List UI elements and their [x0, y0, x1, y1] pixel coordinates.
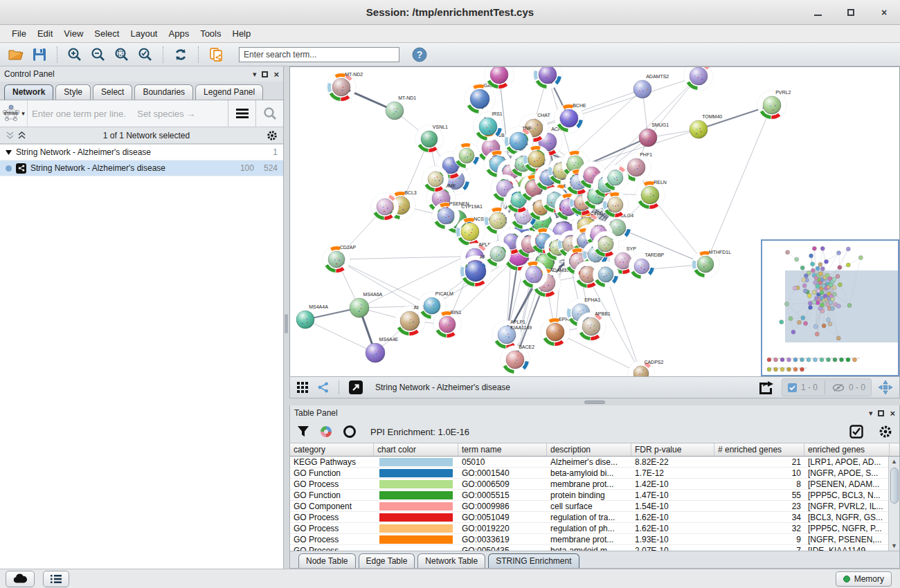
- task-history-button[interactable]: [43, 571, 69, 587]
- column-header-chart-color[interactable]: chart color: [374, 443, 458, 456]
- tab-node-table[interactable]: Node Table: [298, 553, 356, 568]
- minimize-button[interactable]: [809, 5, 827, 20]
- scroll-up-arrow[interactable]: ▲: [890, 457, 899, 466]
- grid-view-button[interactable]: [294, 378, 311, 397]
- table-row[interactable]: KEGG Pathways05010Alzheimer's dise...8.8…: [290, 457, 899, 468]
- network-node-gab2[interactable]: GAB2: [465, 83, 496, 114]
- menu-tools[interactable]: Tools: [195, 26, 226, 41]
- clone-network-button[interactable]: [206, 45, 226, 64]
- network-node-tardbp[interactable]: TARDBP: [629, 252, 665, 279]
- table-row[interactable]: GO ProcessGO:0006509membrane prot...1.42…: [290, 479, 899, 490]
- menu-view[interactable]: View: [59, 26, 88, 41]
- network-view[interactable]: MT-ND2MT-ND1VSNL1GAB2ADAMTS2PVRL2TOMM40S…: [289, 66, 900, 376]
- memory-button[interactable]: Memory: [836, 571, 892, 587]
- network-collection-row[interactable]: String Network - Alzheimer's disease 1: [0, 145, 283, 160]
- export-network-button[interactable]: [757, 378, 777, 397]
- select-columns-icon[interactable]: [849, 425, 863, 439]
- table-row[interactable]: GO ProcessGO:0050435beta-amyloid m...2.0…: [290, 545, 899, 551]
- column-header-enriched-genes[interactable]: enriched genes: [804, 443, 890, 456]
- menu-file[interactable]: File: [7, 26, 31, 41]
- table-row[interactable]: GO ProcessGO:0033619membrane prot...1.93…: [290, 534, 899, 545]
- menu-layout[interactable]: Layout: [125, 26, 162, 41]
- zoom-out-button[interactable]: [88, 45, 109, 64]
- network-node-tomm40[interactable]: TOMM40: [690, 114, 722, 138]
- open-session-button[interactable]: [6, 45, 26, 64]
- network-node-cadps2[interactable]: CADPS2: [628, 360, 664, 376]
- tab-network-table[interactable]: Network Table: [417, 553, 485, 568]
- table-row[interactable]: GO FunctionGO:0001540beta-amyloid bi...1…: [290, 468, 899, 479]
- string-database-selector[interactable]: STRING ▾: [0, 100, 28, 127]
- network-node-mt-nd2[interactable]: MT-ND2: [327, 72, 363, 102]
- scrollbar-thumb[interactable]: [890, 468, 899, 504]
- share-view-button[interactable]: [315, 378, 332, 397]
- ring-chart-icon[interactable]: [343, 425, 357, 439]
- network-node[interactable]: [684, 67, 713, 91]
- panel-close-icon[interactable]: ×: [890, 408, 895, 419]
- search-input[interactable]: [239, 47, 399, 62]
- column-header-description[interactable]: description: [547, 443, 631, 456]
- tab-style[interactable]: Style: [55, 84, 91, 100]
- set-species-hint[interactable]: Set species →: [137, 109, 195, 119]
- maximize-button[interactable]: [842, 5, 860, 20]
- zoom-fit-button[interactable]: [111, 45, 132, 64]
- menu-select[interactable]: Select: [89, 26, 124, 41]
- collapse-all-icon[interactable]: [6, 131, 15, 140]
- tree-expander-icon[interactable]: [6, 150, 12, 155]
- pan-tool-button[interactable]: [876, 378, 895, 397]
- network-node-ms4a6a[interactable]: MS4A6A: [350, 292, 383, 318]
- column-header-fdr-p-value[interactable]: FDR p-value: [631, 443, 714, 456]
- birds-eye-navigator[interactable]: [761, 239, 899, 376]
- network-node-smug1[interactable]: SMUG1: [639, 122, 669, 147]
- network-node-mt-nd1[interactable]: MT-ND1: [386, 95, 416, 120]
- zoom-selected-button[interactable]: [135, 45, 156, 64]
- splitter-handle[interactable]: [584, 401, 605, 404]
- string-search-button[interactable]: [255, 100, 283, 127]
- table-row[interactable]: GO FunctionGO:0005515protein binding1.47…: [290, 490, 899, 501]
- tab-edge-table[interactable]: Edge Table: [359, 553, 415, 568]
- string-options-button[interactable]: [228, 100, 255, 127]
- panel-close-icon[interactable]: ×: [273, 69, 279, 80]
- cloud-tasks-button[interactable]: [6, 571, 35, 587]
- tab-select[interactable]: Select: [93, 84, 132, 100]
- table-vertical-scrollbar[interactable]: ▲ ▼: [888, 457, 899, 551]
- expand-all-icon[interactable]: [17, 131, 26, 140]
- network-node[interactable]: [533, 67, 562, 89]
- save-session-button[interactable]: [29, 45, 50, 64]
- splitter-handle[interactable]: [285, 314, 288, 333]
- open-in-browser-button[interactable]: [346, 378, 366, 397]
- network-node-irs1[interactable]: IRS1: [474, 111, 503, 141]
- network-node-picalm[interactable]: PICALM: [418, 291, 453, 320]
- help-button[interactable]: ?: [409, 45, 430, 64]
- panel-menu-icon[interactable]: ▾: [253, 70, 257, 79]
- column-header-term-name[interactable]: term name: [458, 443, 547, 456]
- network-row[interactable]: String Network - Alzheimer's disease 100…: [0, 160, 283, 176]
- enrichment-chart-icon[interactable]: [319, 425, 333, 439]
- filter-icon[interactable]: [297, 425, 309, 438]
- gear-icon[interactable]: [879, 425, 892, 439]
- menu-edit[interactable]: Edit: [33, 26, 57, 41]
- scroll-down-arrow[interactable]: ▼: [890, 541, 899, 551]
- close-button[interactable]: ×: [875, 5, 893, 20]
- horizontal-splitter[interactable]: [289, 398, 900, 405]
- tab-string-enrichment[interactable]: STRING Enrichment: [488, 553, 579, 568]
- network-node-pvrl2[interactable]: PVRL2: [757, 90, 791, 120]
- network-node-mthfd1l[interactable]: MTHFD1L: [692, 250, 731, 278]
- panel-menu-icon[interactable]: ▾: [869, 409, 873, 418]
- tab-network[interactable]: Network: [4, 84, 53, 100]
- tab-boundaries[interactable]: Boundaries: [134, 84, 193, 100]
- network-node-bche[interactable]: BCHE: [555, 103, 586, 133]
- menu-help[interactable]: Help: [228, 26, 256, 41]
- tab-legend-panel[interactable]: Legend Panel: [195, 84, 263, 100]
- gear-icon[interactable]: [267, 130, 278, 141]
- refresh-button[interactable]: [170, 45, 191, 64]
- string-query-input[interactable]: [32, 109, 137, 119]
- network-node[interactable]: [453, 143, 480, 169]
- network-node-ms4a4a[interactable]: MS4A4A: [296, 304, 328, 329]
- column-header-category[interactable]: category: [290, 443, 374, 456]
- network-node[interactable]: [371, 193, 399, 221]
- zoom-in-button[interactable]: [64, 45, 85, 64]
- table-row[interactable]: GO ProcessGO:0051049regulation of tra...…: [290, 512, 899, 523]
- panel-float-icon[interactable]: [262, 71, 268, 77]
- menu-apps[interactable]: Apps: [164, 26, 195, 41]
- network-node-adamts2[interactable]: ADAMTS2: [633, 74, 669, 98]
